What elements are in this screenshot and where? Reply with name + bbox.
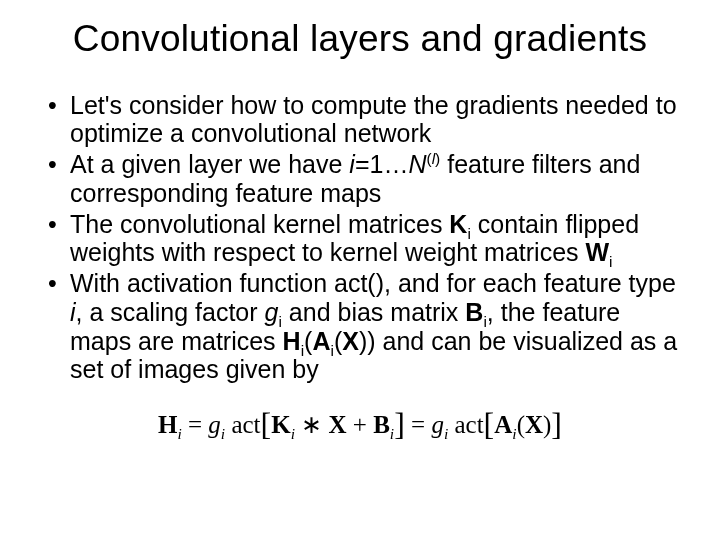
f-open: (: [517, 411, 525, 438]
formula: Hi = gi act[Ki ∗ X + Bi] = gi act[Ai(X)]: [158, 406, 562, 443]
bullet-2-a: At a given layer we have: [70, 150, 349, 178]
bullet-2: At a given layer we have i=1…N(l) featur…: [52, 150, 684, 208]
matrix-A: A: [312, 327, 330, 355]
var-N: N: [408, 150, 426, 178]
bullet-1: Let's consider how to compute the gradie…: [52, 91, 684, 149]
f-lb1: [: [261, 406, 272, 442]
bullet-4: With activation function act(), and for …: [52, 269, 684, 384]
bullet-3: The convolutional kernel matrices Ki con…: [52, 210, 684, 268]
bullet-list: Let's consider how to compute the gradie…: [30, 91, 690, 385]
f-lb2: [: [484, 406, 495, 442]
sub-i-W: i: [609, 253, 612, 270]
f-g2: g: [431, 411, 444, 438]
bullet-3-a: The convolutional kernel matrices: [70, 210, 449, 238]
matrix-B: B: [465, 298, 483, 326]
f-conv: ∗: [295, 411, 329, 438]
formula-container: Hi = gi act[Ki ∗ X + Bi] = gi act[Ai(X)]: [30, 406, 690, 443]
bullet-4-b: , a scaling factor: [76, 298, 265, 326]
matrix-X: X: [342, 327, 359, 355]
slide: Convolutional layers and gradients Let's…: [0, 0, 720, 540]
f-X2: X: [525, 411, 543, 438]
f-plus: +: [347, 411, 374, 438]
bullet-4-a: With activation function act(), and for …: [70, 269, 676, 297]
paren-close: )): [359, 327, 376, 355]
f-K: K: [271, 411, 290, 438]
f-g1: g: [208, 411, 221, 438]
f-rb1: ]: [394, 406, 405, 442]
f-act1: act: [231, 411, 260, 438]
matrix-W: W: [586, 238, 610, 266]
scalar-g: g: [265, 298, 279, 326]
f-X1: X: [328, 411, 346, 438]
f-B: B: [373, 411, 390, 438]
slide-title: Convolutional layers and gradients: [30, 18, 690, 61]
f-eq1: =: [182, 411, 209, 438]
f-A: A: [494, 411, 512, 438]
matrix-H: H: [283, 327, 301, 355]
bullet-1-text: Let's consider how to compute the gradie…: [70, 91, 677, 148]
paren-open-2: (: [334, 327, 342, 355]
matrix-K: K: [449, 210, 467, 238]
f-eq2: =: [405, 411, 432, 438]
bullet-4-c: and bias matrix: [282, 298, 465, 326]
f-rb2: ]: [551, 406, 562, 442]
f-act2: act: [454, 411, 483, 438]
text-eq: =1…: [355, 150, 409, 178]
f-H: H: [158, 411, 177, 438]
